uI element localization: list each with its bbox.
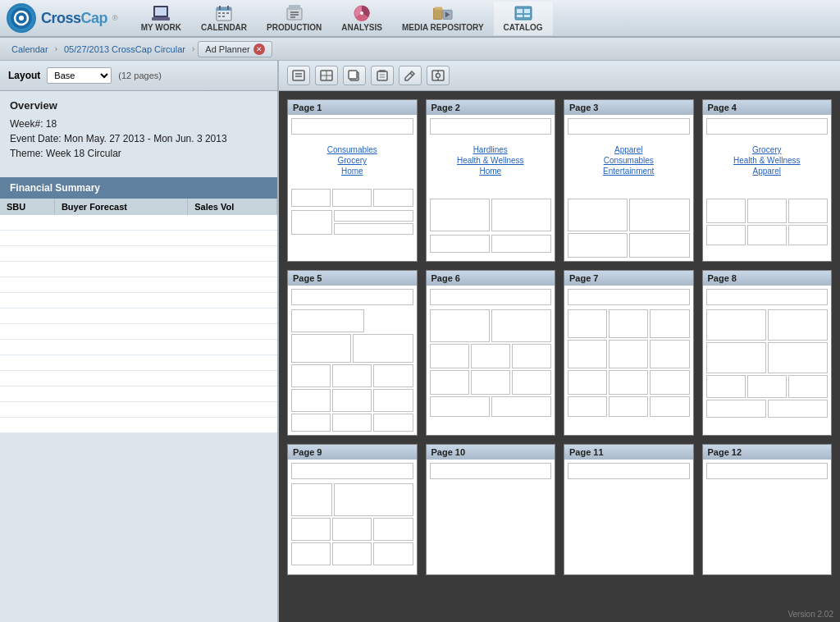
svg-rect-28	[524, 9, 530, 13]
page-2-cat-2[interactable]: Health & Wellness	[431, 156, 550, 165]
svg-rect-4	[155, 7, 167, 16]
page-12-card[interactable]: Page 12	[702, 444, 833, 575]
page-3-card[interactable]: Page 3 Apparel Consumables Entertainment	[564, 99, 694, 262]
page-2-content: Hardlines Health & Wellness Home	[427, 115, 555, 256]
right-toolbar	[279, 61, 840, 90]
version-text: Version 2.02	[788, 610, 833, 619]
page-11-card[interactable]: Page 11	[564, 444, 694, 575]
nav-catalog[interactable]: CATALOG	[494, 2, 553, 35]
breadcrumb-ad-planner[interactable]: Ad Planner ✕	[198, 41, 272, 57]
main-layout: Overview Week#: 18 Event Date: Mon May. …	[0, 91, 840, 622]
svg-line-43	[410, 73, 413, 75]
page-4-cat-3[interactable]: Apparel	[708, 167, 827, 176]
breadcrumb: Calendar › 05/27/2013 CrossCap Circular …	[0, 38, 840, 61]
week-number: Week#: 18	[10, 118, 267, 130]
breadcrumb-circular[interactable]: 05/27/2013 CrossCap Circular	[61, 44, 189, 54]
left-toolbar: Layout Base Advanced (12 pages)	[0, 61, 279, 90]
svg-rect-27	[517, 9, 523, 13]
page-4-card[interactable]: Page 4 Grocery Health & Wellness Apparel	[702, 99, 833, 262]
page-8-content	[703, 286, 832, 425]
page-10-header: Page 10	[427, 445, 555, 460]
pages-panel: Page 1 Consumables Grocery Home	[279, 91, 840, 622]
svg-rect-11	[222, 12, 225, 14]
theme: Theme: Week 18 Circular	[10, 148, 267, 159]
page-1-card[interactable]: Page 1 Consumables Grocery Home	[287, 99, 418, 262]
page-6-content	[427, 286, 555, 425]
svg-rect-15	[287, 8, 302, 20]
page-5-header: Page 5	[288, 271, 417, 286]
calendar-icon	[214, 5, 234, 21]
page-6-card[interactable]: Page 6	[426, 270, 556, 436]
layout-select[interactable]: Base Advanced	[47, 67, 112, 84]
nav-production[interactable]: PRODUCTION	[257, 2, 331, 35]
pages-grid: Page 1 Consumables Grocery Home	[287, 99, 832, 575]
page-2-header: Page 2	[427, 100, 555, 115]
page-4-cat-2[interactable]: Health & Wellness	[708, 156, 827, 165]
nav-my-work[interactable]: MY WORK	[131, 2, 191, 35]
tool-btn-export[interactable]	[287, 66, 310, 85]
page-5-card[interactable]: Page 5	[287, 270, 418, 436]
col-buyer-forecast: Buyer Forecast	[54, 199, 187, 215]
svg-rect-40	[377, 71, 387, 80]
financial-table: SBU Buyer Forecast Sales Vol	[0, 199, 277, 433]
breadcrumb-sep-1: ›	[55, 44, 57, 53]
page-7-card[interactable]: Page 7	[564, 270, 694, 436]
pages-count: (12 pages)	[118, 71, 162, 80]
tool-btn-copy[interactable]	[343, 66, 366, 85]
breadcrumb-close-btn[interactable]: ✕	[253, 43, 265, 55]
page-7-content	[564, 286, 693, 425]
svg-rect-31	[293, 71, 304, 80]
overview-title: Overview	[10, 99, 267, 112]
svg-rect-30	[524, 15, 530, 17]
page-10-card[interactable]: Page 10	[426, 444, 556, 575]
page-1-cat-1[interactable]: Consumables	[293, 145, 412, 154]
production-icon	[285, 5, 304, 21]
tool-btn-grid[interactable]	[315, 66, 338, 85]
logo-icon	[7, 3, 36, 33]
breadcrumb-calendar[interactable]: Calendar	[8, 44, 52, 54]
nav-my-work-label: MY WORK	[141, 23, 181, 32]
page-3-cat-2[interactable]: Consumables	[569, 156, 688, 165]
page-1-cat-3[interactable]: Home	[293, 167, 412, 176]
tool-btn-edit[interactable]	[399, 66, 422, 85]
page-3-header: Page 3	[564, 100, 693, 115]
page-2-card[interactable]: Page 2 Hardlines Health & Wellness Home	[426, 99, 556, 262]
financial-summary-header: Financial Summary	[0, 177, 277, 199]
nav-production-label: PRODUCTION	[267, 23, 322, 32]
nav-calendar[interactable]: CALENDAR	[191, 2, 257, 35]
breadcrumb-ad-planner-label: Ad Planner	[205, 44, 249, 54]
svg-rect-29	[517, 15, 523, 17]
my-work-icon	[151, 5, 171, 21]
layout-dropdown[interactable]: Base Advanced	[47, 67, 112, 84]
page-11-content	[564, 460, 693, 574]
tool-btn-settings[interactable]	[427, 66, 450, 85]
page-4-header: Page 4	[703, 100, 832, 115]
svg-rect-38	[349, 71, 357, 79]
page-1-cat-2[interactable]: Grocery	[293, 156, 412, 165]
page-3-cat-1[interactable]: Apparel	[569, 145, 688, 154]
top-navigation: CrossCap ® MY WORK	[0, 0, 840, 38]
svg-rect-23	[435, 7, 442, 10]
col-sbu: SBU	[0, 199, 54, 215]
page-4-cat-1[interactable]: Grocery	[708, 145, 827, 154]
svg-rect-22	[433, 8, 442, 19]
page-8-card[interactable]: Page 8	[702, 270, 833, 436]
layout-label: Layout	[8, 70, 40, 81]
page-2-cat-3[interactable]: Home	[431, 167, 550, 176]
nav-media-repository[interactable]: MEDIA REPOSITORY	[392, 2, 494, 35]
svg-rect-5	[152, 17, 170, 21]
page-3-cat-3[interactable]: Entertainment	[569, 167, 688, 176]
page-9-card[interactable]: Page 9	[287, 444, 418, 575]
page-2-cat-1[interactable]: Hardlines	[431, 145, 550, 154]
page-12-header: Page 12	[703, 445, 832, 460]
page-5-content	[288, 286, 417, 435]
nav-analysis[interactable]: ANALYSIS	[331, 2, 392, 35]
page-1-header: Page 1	[288, 100, 417, 115]
media-repository-icon	[433, 5, 453, 21]
tool-btn-paste[interactable]	[371, 66, 394, 85]
svg-rect-16	[289, 5, 300, 10]
nav-media-repository-label: MEDIA REPOSITORY	[402, 23, 484, 32]
svg-rect-13	[218, 16, 221, 17]
svg-rect-7	[217, 7, 231, 11]
nav-analysis-label: ANALYSIS	[341, 23, 382, 32]
